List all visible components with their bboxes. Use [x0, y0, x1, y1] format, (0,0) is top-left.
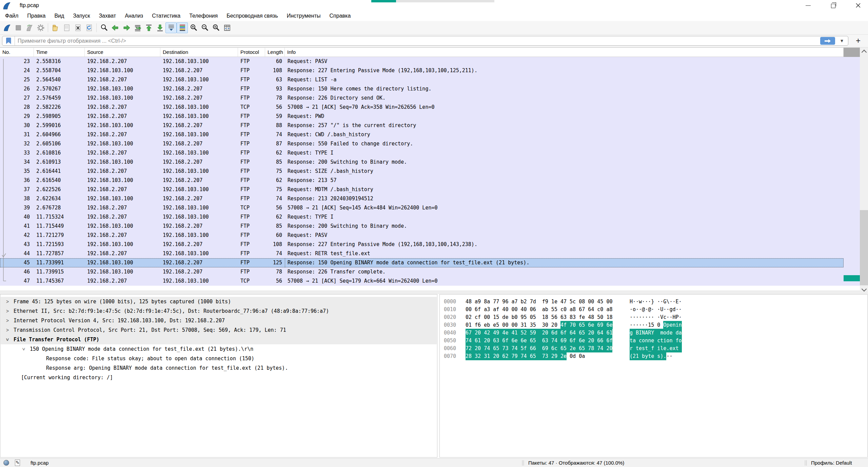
packet-row[interactable]: 4511.733991192.168.103.100192.168.2.207F…	[0, 258, 844, 267]
hex-row[interactable]: 000048 a9 8a 77 96 a7 b2 7d f9 1e 47 5c …	[444, 298, 613, 306]
packet-row[interactable]: 322.605106192.168.103.100192.168.2.207FT…	[0, 139, 844, 148]
close-button[interactable]	[850, 0, 867, 11]
resize-columns-icon[interactable]	[221, 22, 233, 33]
collapsed-arrow-icon[interactable]: >	[5, 316, 10, 325]
packet-row[interactable]: 262.570267192.168.103.100192.168.2.207FT…	[0, 84, 844, 94]
open-file-icon[interactable]	[50, 22, 61, 33]
hex-row[interactable]: 004067 20 42 49 4e 41 52 59 20 6d 6f 64 …	[444, 329, 613, 337]
column-header-destination[interactable]: Destination	[160, 48, 238, 57]
menu-item-2[interactable]: Правка	[23, 11, 50, 21]
hex-row[interactable]: 006072 20 74 65 73 74 5f 66 69 6c 65 2e …	[444, 345, 613, 352]
auto-scroll-toggle-icon[interactable]	[165, 22, 177, 33]
next-packet-icon[interactable]	[121, 22, 132, 33]
find-packet-icon[interactable]	[98, 22, 110, 33]
detail-line[interactable]: Response arg: Opening BINARY mode data c…	[1, 363, 437, 373]
menu-item-11[interactable]: Справка	[325, 11, 355, 21]
packet-list-scrollbar[interactable]	[860, 47, 868, 293]
column-header-time[interactable]: Time	[34, 48, 85, 57]
restore-button[interactable]	[825, 0, 842, 11]
packet-row[interactable]: 4311.721593192.168.103.100192.168.2.207F…	[0, 240, 844, 249]
restart-capture-icon[interactable]	[24, 22, 35, 33]
packet-row[interactable]: 4011.715324192.168.2.207192.168.103.100F…	[0, 212, 844, 222]
status-profile[interactable]: Профиль: Default	[811, 459, 852, 467]
detail-line[interactable]: >Transmission Control Protocol, Src Port…	[1, 325, 437, 335]
hex-row[interactable]: 003001 f6 eb e5 00 00 31 35 30 20 4f 70 …	[444, 321, 613, 329]
menu-item-10[interactable]: Инструменты	[282, 11, 325, 21]
hex-row[interactable]: 005074 61 20 63 6f 6e 6e 65 63 74 69 6f …	[444, 337, 613, 345]
packet-row[interactable]: 4611.739915192.168.103.100192.168.2.207F…	[0, 267, 844, 277]
display-filter-input[interactable]	[15, 37, 820, 45]
go-to-packet-icon[interactable]	[132, 22, 143, 33]
scroll-up-arrow-icon[interactable]	[860, 47, 868, 55]
packet-row[interactable]: 382.622634192.168.103.100192.168.2.207FT…	[0, 194, 844, 203]
save-file-icon[interactable]	[61, 22, 72, 33]
packet-row[interactable]: 342.610913192.168.103.100192.168.2.207FT…	[0, 158, 844, 167]
column-header-source[interactable]: Source	[85, 48, 160, 57]
menu-item-1[interactable]: Файл	[1, 11, 23, 21]
start-capture-icon[interactable]	[1, 22, 13, 33]
packet-row[interactable]: 4411.727857192.168.2.207192.168.103.100F…	[0, 249, 844, 258]
menu-item-3[interactable]: Вид	[50, 11, 68, 21]
column-header-length[interactable]: Length	[265, 48, 285, 57]
zoom-in-icon[interactable]	[188, 22, 199, 33]
menu-item-7[interactable]: Статистика	[147, 11, 185, 21]
detail-line[interactable]: >File Transfer Protocol (FTP)	[1, 335, 437, 344]
packet-row[interactable]: 282.582226192.168.2.207192.168.103.100TC…	[0, 103, 844, 112]
packet-row[interactable]: 4211.721279192.168.2.207192.168.103.100F…	[0, 231, 844, 240]
packet-row[interactable]: 362.616540192.168.103.100192.168.2.207FT…	[0, 176, 844, 185]
minimize-button[interactable]	[800, 0, 816, 11]
packet-row[interactable]: 292.598905192.168.2.207192.168.103.100FT…	[0, 112, 844, 121]
packet-row[interactable]: 332.610816192.168.2.207192.168.103.100FT…	[0, 148, 844, 158]
last-packet-icon[interactable]	[154, 22, 165, 33]
apply-filter-button[interactable]	[820, 37, 835, 45]
capture-options-icon[interactable]	[35, 22, 46, 33]
hex-row[interactable]: 007028 32 31 20 62 79 74 65 73 29 2e 0d …	[444, 352, 613, 360]
display-filter-field[interactable]: ▼	[2, 36, 848, 46]
menu-item-4[interactable]: Запуск	[68, 11, 94, 21]
packet-row[interactable]: 302.599016192.168.103.100192.168.2.207FT…	[0, 121, 844, 130]
packet-row[interactable]: 392.676728192.168.2.207192.168.103.100TC…	[0, 203, 844, 212]
packet-row[interactable]: 312.604966192.168.2.207192.168.103.100FT…	[0, 130, 844, 139]
filter-bookmark-icon[interactable]	[2, 36, 15, 45]
colorize-toggle-icon[interactable]	[177, 22, 188, 33]
hex-row[interactable]: 001000 6f a3 af 40 00 40 06 ab 55 c0 a8 …	[444, 306, 613, 313]
packet-row[interactable]: 242.558704192.168.103.100192.168.2.207FT…	[0, 66, 844, 75]
expert-info-icon[interactable]	[3, 460, 9, 466]
reload-file-icon[interactable]	[83, 22, 95, 33]
first-packet-icon[interactable]	[143, 22, 154, 33]
packet-row[interactable]: 272.576459192.168.103.100192.168.2.207FT…	[0, 94, 844, 103]
packet-row[interactable]: 4111.715449192.168.103.100192.168.2.207F…	[0, 222, 844, 231]
menu-item-9[interactable]: Беспроводная связь	[222, 11, 282, 21]
previous-packet-icon[interactable]	[110, 22, 121, 33]
close-file-icon[interactable]	[72, 22, 83, 33]
detail-line[interactable]: Response code: File status okay; about t…	[1, 354, 437, 363]
menu-item-8[interactable]: Телефония	[185, 11, 222, 21]
packet-row[interactable]: 352.616441192.168.2.207192.168.103.100FT…	[0, 167, 844, 176]
add-filter-button[interactable]: +	[853, 36, 863, 46]
detail-line[interactable]: >Internet Protocol Version 4, Src: 192.1…	[1, 316, 437, 325]
intelligent-scrollbar-minimap[interactable]	[844, 57, 860, 286]
collapsed-arrow-icon[interactable]: >	[5, 306, 10, 316]
hex-row[interactable]: 002002 cf 00 15 de b0 95 05 18 56 63 83 …	[444, 313, 613, 321]
detail-line[interactable]: >Ethernet II, Src: b2:7d:f9:1e:47:5c (b2…	[1, 306, 437, 316]
detail-line[interactable]: >Frame 45: 125 bytes on wire (1000 bits)…	[1, 297, 437, 306]
stop-capture-icon[interactable]	[13, 22, 24, 33]
collapsed-arrow-icon[interactable]: >	[5, 297, 10, 306]
horizontal-splitter[interactable]	[0, 291, 868, 294]
menu-item-6[interactable]: Анализ	[120, 11, 147, 21]
zoom-original-icon[interactable]	[210, 22, 221, 33]
packet-row[interactable]: 4711.745367192.168.2.207192.168.103.100T…	[0, 277, 844, 286]
column-header-no[interactable]: No.	[0, 48, 34, 57]
packet-row[interactable]: 252.564540192.168.2.207192.168.103.100FT…	[0, 75, 844, 84]
detail-line[interactable]: >150 Opening BINARY mode data connection…	[1, 344, 437, 354]
packet-row[interactable]: 372.622526192.168.2.207192.168.103.100FT…	[0, 185, 844, 194]
capture-comments-icon[interactable]	[15, 460, 20, 466]
column-header-protocol[interactable]: Protocol	[238, 48, 265, 57]
filter-dropdown-chevron-icon[interactable]: ▼	[837, 37, 847, 45]
packet-row[interactable]: 232.558316192.168.2.207192.168.103.100FT…	[0, 57, 844, 66]
detail-line[interactable]: [Current working directory: /]	[1, 373, 437, 382]
collapsed-arrow-icon[interactable]: >	[5, 325, 10, 335]
zoom-out-icon[interactable]	[199, 22, 210, 33]
menu-item-5[interactable]: Захват	[94, 11, 120, 21]
scrollbar-thumb[interactable]	[860, 210, 868, 285]
